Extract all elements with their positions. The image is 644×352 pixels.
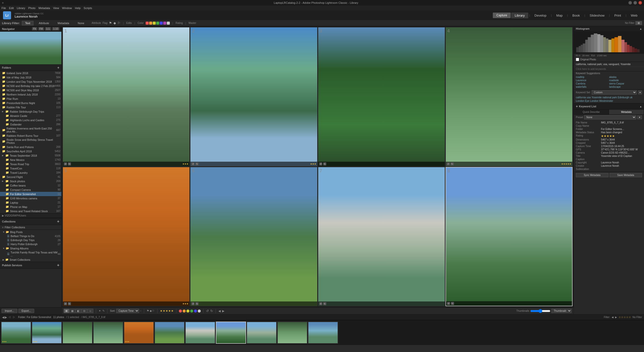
folder-item-10[interactable]: ▶ 📁 Rabbie Stirlinburgh Day Trips bbox=[0, 109, 61, 114]
grid-cell-5[interactable]: 5 ↺ ↻ ★★★ bbox=[63, 167, 190, 306]
flag-pick-btn[interactable]: ⚑ bbox=[147, 309, 149, 313]
kw-sugg-laurence[interactable]: Laurence bbox=[576, 79, 609, 82]
cell-rotate-btn[interactable]: ↺ bbox=[319, 302, 322, 305]
folder-item-19[interactable]: ▶ 📁 Texas September 2018 5508 bbox=[0, 153, 61, 158]
filter-arrow-right[interactable]: ▶ bbox=[615, 316, 617, 319]
filmstrip-item-1[interactable]: ★★★ bbox=[1, 322, 31, 344]
kw-sugg-roadtrip[interactable]: roadtrip bbox=[576, 76, 609, 78]
view-survey-btn[interactable]: ⊟ bbox=[82, 309, 87, 313]
folder-item-32[interactable]: 📁 Stress and Travel Related Stock 167 bbox=[0, 209, 61, 213]
preset-select[interactable]: None Custom bbox=[584, 115, 636, 119]
vizograph-header[interactable]: ▶ VIZOGRAPHUsers bbox=[0, 213, 61, 218]
color-none[interactable] bbox=[167, 22, 170, 25]
zoom-fill[interactable]: Fill bbox=[38, 27, 44, 30]
keyword-set-menu-btn[interactable]: ▾ bbox=[638, 91, 642, 94]
folder-item-3[interactable]: 📁 London and Day Trips November 2018 135… bbox=[0, 79, 61, 84]
next-photo-btn[interactable]: ▶ bbox=[222, 309, 224, 313]
menu-view[interactable]: View bbox=[53, 7, 59, 10]
kw-california[interactable]: california bbox=[576, 96, 586, 99]
folder-item-24[interactable]: 📁 Second Flight 41 bbox=[0, 175, 61, 179]
kw-sugg-waterfalls[interactable]: waterfalls bbox=[576, 85, 609, 88]
sort-order-btn[interactable]: ↑ bbox=[140, 310, 141, 312]
kw-westminster[interactable]: Westminster bbox=[599, 100, 613, 102]
color-yellow[interactable] bbox=[153, 22, 156, 25]
kw-london[interactable]: London bbox=[590, 100, 598, 102]
folder-item-7[interactable]: 📁 Pilar Rum 13 bbox=[0, 97, 61, 101]
menu-window[interactable]: Window bbox=[62, 7, 72, 10]
collections-header[interactable]: Collections + bbox=[0, 218, 61, 225]
filmstrip-item-11[interactable] bbox=[308, 322, 338, 344]
folder-item-11[interactable]: 📁 Alnwick Castle 277 bbox=[0, 114, 61, 118]
kw-national-park[interactable]: national park bbox=[602, 96, 617, 99]
filmstrip-item-7[interactable] bbox=[185, 322, 215, 344]
menu-metadata[interactable]: Metadata bbox=[38, 7, 50, 10]
folder-item-26[interactable]: 📁 Coffee beans 12 bbox=[0, 183, 61, 188]
preset-apply-btn[interactable]: ▾ bbox=[637, 115, 642, 119]
flag-picked[interactable]: ⚑ bbox=[109, 21, 112, 25]
filter-arrow-left[interactable]: ◀ bbox=[612, 316, 614, 319]
cell-rotate-btn2[interactable]: ↻ bbox=[68, 302, 71, 305]
cell-rotate-btn2[interactable]: ↻ bbox=[323, 302, 326, 305]
cell-rotate-btn2[interactable]: ↻ bbox=[451, 302, 454, 305]
kw-london-eye[interactable]: London Eye bbox=[576, 100, 589, 102]
import-button[interactable]: Import... bbox=[2, 309, 17, 313]
folder-item-28-selected[interactable]: 📁 For Editor Screenshot 11 bbox=[0, 192, 61, 196]
cell-rotate-btn2[interactable]: ↻ bbox=[195, 162, 198, 165]
zoom-1-1[interactable]: 1:1 bbox=[45, 27, 51, 30]
color-red-btn[interactable] bbox=[179, 310, 182, 313]
rotate-left-btn[interactable]: ↺ bbox=[206, 309, 209, 313]
color-none-btn[interactable] bbox=[198, 310, 201, 313]
next-arrow[interactable]: ▶ bbox=[5, 316, 7, 319]
cell-rotate-btn[interactable]: ↺ bbox=[191, 302, 194, 305]
cell-rotate-btn2[interactable]: ↻ bbox=[68, 162, 71, 165]
view-loupe-btn[interactable]: ▦ bbox=[69, 309, 75, 313]
menu-edit[interactable]: Edit bbox=[9, 7, 14, 10]
grid-cell-3[interactable]: 3 ↺ ↻ bbox=[318, 27, 445, 166]
grid-cell-4[interactable]: 4 ↺ ↻ ★★★★★ bbox=[446, 27, 573, 166]
folder-item-22[interactable]: 📁 TravelCon 118 bbox=[0, 166, 61, 170]
folder-item-12[interactable]: 📁 Highlands Lochs and Castles 275 bbox=[0, 118, 61, 122]
folder-item-29[interactable]: 📁 GX8 Mirrorless camera 37 bbox=[0, 196, 61, 200]
nav-tab-capture[interactable]: Capture bbox=[493, 13, 511, 18]
star-2[interactable]: ★ bbox=[163, 309, 165, 313]
color-red[interactable] bbox=[146, 22, 149, 25]
menu-help[interactable]: Help bbox=[75, 7, 81, 10]
folder-item-15[interactable]: 📁 Rabbies Robert Burns Tour 107 bbox=[0, 134, 61, 138]
collection-group-sharing-albums[interactable]: ▼ 📂 Sharing Albums bbox=[0, 246, 61, 250]
folder-item-9[interactable]: 📁 Rabbie Fife Tour 113 bbox=[0, 105, 61, 109]
collection-edinburgh-day-trips[interactable]: ☰ Edinburgh Day Trips 29 bbox=[0, 238, 61, 242]
nav-tab-develop[interactable]: Develop bbox=[531, 13, 550, 18]
grid-cell-2[interactable]: 2 ↺ ↻ ★★★ bbox=[190, 27, 317, 166]
folder-item-31[interactable]: 📁 Phone on Map 17 bbox=[0, 205, 61, 209]
menu-library[interactable]: Library bbox=[17, 7, 25, 10]
collection-belfast[interactable]: ☰ Belfast Things to Do 4105 bbox=[0, 234, 61, 238]
thumbnail-size-slider[interactable] bbox=[530, 309, 550, 313]
kw-sugg-sierra[interactable]: sierra Caspar bbox=[609, 82, 642, 85]
star-3[interactable]: ★ bbox=[166, 309, 168, 313]
grid-cell-8[interactable]: 8 ↺ ↻ bbox=[446, 167, 573, 306]
folder-item-27[interactable]: 📁 Compact Camera 90 bbox=[0, 188, 61, 192]
filter-collections-item[interactable]: ≡ Filter Collections bbox=[0, 225, 61, 230]
kw-edinburgh[interactable]: Edinburgh bbox=[618, 96, 629, 99]
kw-usa[interactable]: usa bbox=[587, 96, 591, 99]
keyword-list-add-btn[interactable]: + bbox=[576, 104, 578, 108]
color-orange[interactable] bbox=[149, 22, 152, 25]
folders-header[interactable]: Folders + bbox=[0, 64, 61, 71]
sort-select[interactable]: Capture Time File Name Edit Time bbox=[116, 309, 139, 313]
view-compare-btn[interactable]: ◧ bbox=[75, 309, 81, 313]
folder-item-16[interactable]: 📁 Roslin Snow and Birthday Stress Travel… bbox=[0, 138, 61, 145]
maximize-button[interactable]: □ bbox=[633, 1, 637, 5]
flag-rejected[interactable]: ⚐ bbox=[117, 21, 120, 25]
publish-add-btn[interactable]: + bbox=[57, 263, 59, 268]
histogram-collapse-icon[interactable]: ▲ bbox=[639, 27, 642, 30]
kw-sugg-landscape[interactable]: landscape bbox=[609, 85, 642, 88]
cell-rotate-btn2[interactable]: ↻ bbox=[451, 162, 454, 165]
histogram-header[interactable]: Histogram ▲ bbox=[574, 26, 644, 31]
quick-describe-tab[interactable]: Quick Describe bbox=[574, 110, 609, 114]
star-5[interactable]: ★ bbox=[171, 309, 174, 313]
folder-item-30[interactable]: 📁 Laptop 21 bbox=[0, 200, 61, 205]
keyword-set-select[interactable]: Custom Outdoor Photography Travel bbox=[592, 90, 637, 95]
navigator-panel-header[interactable]: Navigator Fit Fill 1:1 1:10 bbox=[0, 26, 61, 32]
folder-item-14[interactable]: 📁 Rabbies Inverness and North East 250 p… bbox=[0, 126, 61, 134]
color-green-btn[interactable] bbox=[190, 310, 193, 313]
